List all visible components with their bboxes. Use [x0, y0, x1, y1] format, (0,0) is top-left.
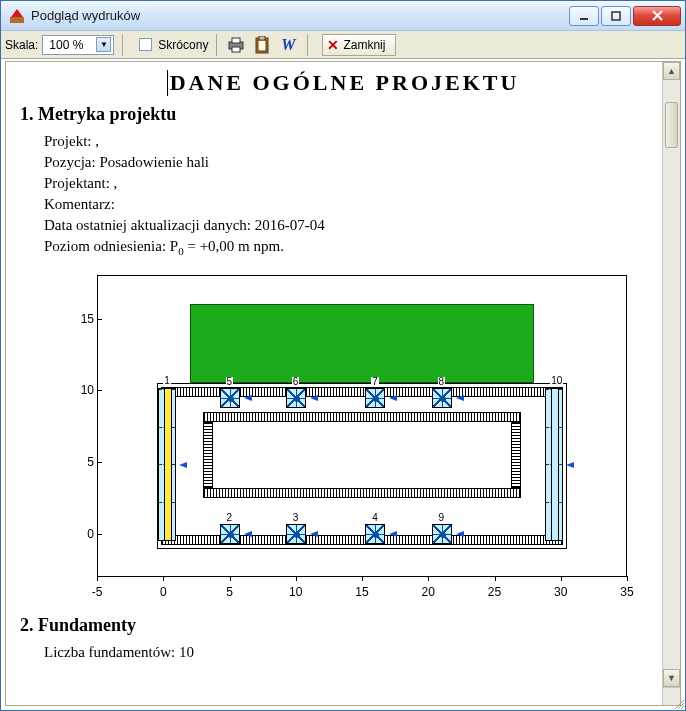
foundation-label: 1 [163, 376, 171, 386]
tick-label-x: 25 [488, 585, 501, 599]
scroll-up-icon[interactable]: ▲ [663, 62, 680, 80]
scale-label: Skala: [5, 38, 38, 52]
window-title: Podgląd wydruków [31, 8, 569, 23]
scale-select[interactable]: 100 % ▼ [42, 35, 114, 55]
tick-x [230, 576, 231, 581]
svg-marker-1 [11, 9, 23, 17]
tick-x [163, 576, 164, 581]
toolbar: Skala: 100 % ▼ Skrócony W ✕ Zamknij [1, 31, 685, 59]
window-buttons [569, 6, 681, 26]
short-checkbox[interactable] [139, 38, 152, 51]
square-foundation [432, 524, 452, 544]
app-icon [9, 8, 25, 24]
arrow-icon [389, 531, 397, 537]
foundation-label: 9 [438, 513, 446, 523]
arrow-icon [244, 395, 252, 401]
tick-x [296, 576, 297, 581]
building-rect [190, 304, 535, 383]
word-icon[interactable]: W [277, 34, 299, 56]
tick-label-x: 15 [355, 585, 368, 599]
tick-label-y: 0 [78, 527, 94, 541]
footprint-inner [203, 412, 521, 498]
short-label: Skrócony [158, 38, 208, 52]
svg-rect-6 [232, 47, 240, 52]
close-icon: ✕ [327, 37, 339, 53]
clipboard-icon[interactable] [251, 34, 273, 56]
foundation-label: 6 [292, 377, 300, 387]
foundation-label: 4 [371, 513, 379, 523]
app-window: Podgląd wydruków Skala: 100 % ▼ Skrócony [0, 0, 686, 711]
site-plan-chart: -50510152025303505101511023495678 [44, 273, 634, 605]
square-foundation [432, 388, 452, 408]
tick-y [97, 319, 102, 320]
inner-ruler-right [511, 422, 521, 488]
vertical-scrollbar[interactable]: ▲ ▼ [662, 62, 680, 687]
foundations-count: Liczba fundamentów: 10 [44, 642, 666, 663]
resize-grip[interactable] [672, 697, 684, 709]
section1-title: 1. Metryka projektu [20, 104, 666, 125]
tick-label-x: 5 [226, 585, 233, 599]
foundation-label: 5 [226, 377, 234, 387]
reflevel-prefix: Poziom odniesienia: P [44, 238, 178, 254]
arrow-icon [566, 462, 574, 468]
foundation-label: 2 [226, 513, 234, 523]
close-window-button[interactable] [633, 6, 681, 26]
print-icon[interactable] [225, 34, 247, 56]
meta-reflevel: Poziom odniesienia: P0 = +0,00 m npm. [44, 236, 666, 259]
reflevel-suffix: = +0,00 m npm. [184, 238, 284, 254]
minimize-button[interactable] [569, 6, 599, 26]
maximize-button[interactable] [601, 6, 631, 26]
document-page: DANE OGÓLNE PROJEKTU 1. Metryka projektu… [6, 62, 680, 671]
square-foundation [365, 388, 385, 408]
toolbar-divider [122, 34, 123, 56]
arrow-icon [244, 531, 252, 537]
square-foundation [286, 388, 306, 408]
svg-rect-0 [10, 17, 24, 23]
scroll-thumb[interactable] [665, 102, 678, 148]
tick-label-y: 5 [78, 455, 94, 469]
tick-x [627, 576, 628, 581]
tick-label-y: 15 [78, 312, 94, 326]
meta-position: Pozycja: Posadowienie hali [44, 152, 666, 173]
square-foundation [220, 388, 240, 408]
arrow-icon [389, 395, 397, 401]
square-foundation [220, 524, 240, 544]
foundation-label: 7 [371, 377, 379, 387]
tick-label-x: -5 [92, 585, 103, 599]
square-foundation [365, 524, 385, 544]
column-foundation [158, 388, 176, 542]
svg-rect-2 [580, 18, 588, 20]
tick-label-y: 10 [78, 383, 94, 397]
arrow-icon [456, 531, 464, 537]
inner-ruler-bottom [203, 488, 521, 498]
close-button[interactable]: ✕ Zamknij [322, 34, 396, 56]
scroll-down-icon[interactable]: ▼ [663, 669, 680, 687]
arrow-icon [179, 462, 187, 468]
tick-y [97, 390, 102, 391]
arrow-icon [310, 395, 318, 401]
chevron-down-icon: ▼ [96, 37, 111, 52]
tick-x [561, 576, 562, 581]
arrow-icon [456, 395, 464, 401]
svg-rect-3 [612, 12, 620, 20]
svg-rect-5 [232, 38, 240, 43]
tick-label-x: 35 [620, 585, 633, 599]
titlebar: Podgląd wydruków [1, 1, 685, 31]
tick-x [97, 576, 98, 581]
tick-x [495, 576, 496, 581]
meta-designer: Projektant: , [44, 173, 666, 194]
tick-x [362, 576, 363, 581]
tick-label-x: 10 [289, 585, 302, 599]
section2-title: 2. Fundamenty [20, 615, 666, 636]
tick-label-x: 30 [554, 585, 567, 599]
tick-label-x: 0 [160, 585, 167, 599]
svg-rect-9 [259, 36, 265, 40]
main-title: DANE OGÓLNE PROJEKTU [167, 70, 520, 96]
inner-ruler-top [203, 412, 521, 422]
column-foundation [545, 388, 563, 542]
square-foundation [286, 524, 306, 544]
tick-x [428, 576, 429, 581]
inner-ruler-left [203, 422, 213, 488]
close-button-label: Zamknij [343, 38, 385, 52]
meta-comment: Komentarz: [44, 194, 666, 215]
